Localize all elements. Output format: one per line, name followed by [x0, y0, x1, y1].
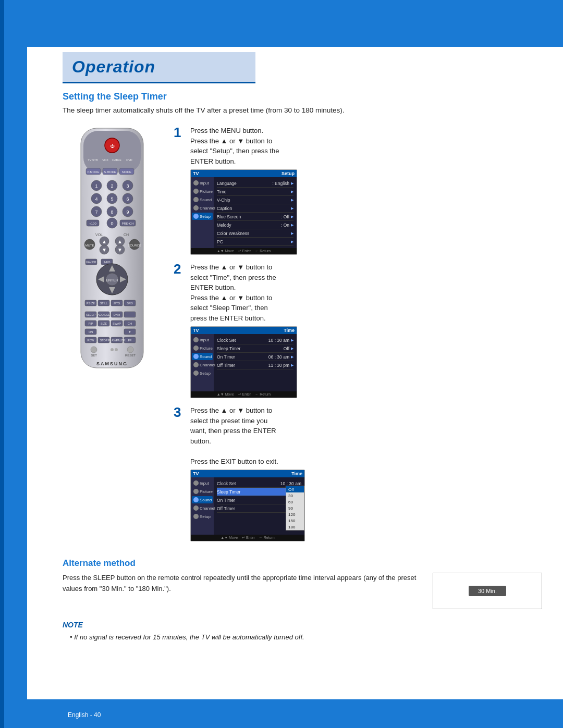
tv-main-2: Clock Set 10 : 30 am ▶ Sleep Timer Off ▶…: [214, 334, 297, 391]
sidebar-sound-3-active: Sound: [192, 496, 213, 503]
tv-screen-2-header: TV Time: [191, 327, 297, 334]
svg-point-98: [91, 347, 97, 353]
tv-row-clockset: Clock Set 10 : 30 am ▶: [217, 336, 293, 344]
svg-text:⏻: ⏻: [110, 144, 115, 149]
alt-tv-value: 30 Min.: [469, 586, 506, 596]
tv-footer-2: ▲▼ Move↵ Enter← Return: [191, 391, 297, 398]
alt-tv-display: 30 Min.: [433, 573, 542, 609]
note-heading: NOTE: [63, 621, 542, 629]
svg-text:0: 0: [111, 221, 113, 226]
alternate-heading: Alternate method: [63, 558, 542, 569]
tv-screen-1: TV Setup Input Picture Sound Channel Set…: [190, 169, 297, 255]
step-2-text: Press the ▲ or ▼ button to select "Time"…: [190, 262, 542, 323]
tv-sidebar-1: Input Picture Sound Channel Setup: [191, 177, 214, 248]
svg-text:1: 1: [95, 183, 97, 189]
tv-footer-1: ▲▼ Move↵ Enter← Return: [191, 248, 297, 254]
sidebar-sound-1: Sound: [192, 196, 213, 203]
tv-screen-3-body: Input Picture Sound Channel Setup Clock …: [191, 477, 304, 535]
svg-text:STOP: STOP: [100, 339, 108, 342]
step-2-number: 2: [174, 262, 185, 398]
tv-row-vchip: V-Chip ▶: [217, 196, 293, 204]
instructions-area: ⏻ TV STB VOX CABLE DVD P.MODE S.MODE MOD…: [63, 126, 542, 549]
svg-text:PSIZE: PSIZE: [87, 302, 95, 305]
tv-row-language: Language : English ▶: [217, 179, 293, 188]
step-3-number: 3: [174, 405, 185, 541]
note-section: NOTE If no signal is received for 15 min…: [63, 621, 542, 643]
main-content: Setting the Sleep Timer The sleep timer …: [63, 91, 542, 643]
tv-menu-name-1: Setup: [282, 171, 295, 176]
time-dropdown: Off 30 60 90 120 150 180: [286, 486, 304, 530]
tv-row-bluescreen: Blue Screen : Off ▶: [217, 213, 293, 221]
tv-row-ontimer: On Timer 06 : 30 am ▶: [217, 353, 293, 361]
remote-column: ⏻ TV STB VOX CABLE DVD P.MODE S.MODE MOD…: [63, 126, 164, 549]
svg-text:DNIe: DNIe: [114, 313, 120, 316]
svg-text:SAMSUNG: SAMSUNG: [96, 361, 128, 366]
remote-control-image: ⏻ TV STB VOX CABLE DVD P.MODE S.MODE MOD…: [68, 126, 156, 376]
svg-text:MUTE: MUTE: [85, 244, 94, 247]
step-2-block: 2 Press the ▲ or ▼ button to select "Tim…: [174, 262, 542, 398]
alternate-section: Alternate method Press the SLEEP button …: [63, 558, 542, 609]
tv-sidebar-2: Input Picture Sound Channel Setup: [191, 334, 214, 391]
remote-wrapper: ⏻ TV STB VOX CABLE DVD P.MODE S.MODE MOD…: [68, 126, 159, 378]
tv-screen-1-body: Input Picture Sound Channel Setup Langua…: [191, 177, 297, 248]
svg-text:SIZE: SIZE: [101, 322, 107, 325]
dropdown-off: Off: [286, 486, 304, 492]
sidebar-sound-2-active: Sound: [192, 353, 213, 360]
svg-text:6: 6: [126, 196, 129, 202]
sidebar-input-3: Input: [192, 479, 213, 487]
step-3-content: Press the ▲ or ▼ button to select the pr…: [190, 405, 542, 541]
svg-rect-74: [124, 312, 136, 317]
sidebar-channel-3: Channel: [192, 504, 213, 512]
svg-text:P.MODE: P.MODE: [88, 170, 100, 174]
svg-text:RESET: RESET: [125, 354, 136, 357]
tv-sidebar-3: Input Picture Sound Channel Setup: [191, 477, 214, 535]
svg-point-99: [111, 348, 114, 351]
sidebar-setup-active: Setup: [192, 213, 213, 220]
page-title: Operation: [72, 57, 155, 77]
intro-text: The sleep timer automatically shuts off …: [63, 106, 542, 114]
svg-text:▼: ▼: [102, 247, 107, 253]
tv-row-caption: Caption ▶: [217, 204, 293, 213]
svg-text:+100: +100: [89, 222, 96, 225]
steps-column: 1 Press the MENU button. Press the ▲ or …: [174, 126, 542, 549]
sidebar-input: Input: [192, 179, 213, 187]
svg-point-101: [127, 347, 133, 353]
step-2-content: Press the ▲ or ▼ button to select "Time"…: [190, 262, 542, 398]
sidebar-input-2: Input: [192, 336, 213, 343]
svg-text:TV STB: TV STB: [88, 158, 98, 162]
sidebar-setup-2: Setup: [192, 369, 213, 377]
footer-separator: -: [90, 711, 94, 719]
step-1-block: 1 Press the MENU button. Press the ▲ or …: [174, 126, 542, 255]
svg-text:PLAY/PAUSE: PLAY/PAUSE: [108, 339, 126, 342]
svg-text:PIP: PIP: [89, 322, 93, 325]
tv-row-colorweakness: Color Weakness ▶: [217, 229, 293, 238]
svg-text:ADD/DEL: ADD/DEL: [97, 313, 110, 316]
footer-page: 40: [94, 711, 101, 719]
svg-text:SOURCE: SOURCE: [128, 244, 141, 247]
sidebar-picture-2: Picture: [192, 344, 213, 352]
svg-text:CH: CH: [128, 322, 132, 325]
step-3-text: Press the ▲ or ▼ button to select the pr…: [190, 405, 542, 466]
dropdown-90: 90: [286, 505, 304, 511]
dropdown-120: 120: [286, 511, 304, 517]
top-bar: [27, 0, 563, 47]
tv-screen-2: TV Time Input Picture Sound Channel Setu…: [190, 326, 297, 398]
tv-row-sleeptimer-2: Sleep Timer Off ▶: [217, 344, 293, 353]
svg-text:ENTER: ENTER: [106, 278, 118, 282]
dropdown-60: 60: [286, 499, 304, 505]
tv-row-pc: PC ▶: [217, 238, 293, 246]
svg-text:MTS: MTS: [114, 302, 120, 305]
tv-label-2: TV: [193, 328, 199, 333]
tv-screen-3: TV Time Input Picture Sound Channel Setu…: [190, 470, 305, 541]
bottom-bar: [27, 699, 563, 728]
svg-text:CH: CH: [124, 233, 129, 237]
tv-screen-3-header: TV Time: [191, 470, 304, 477]
svg-text:MODE: MODE: [122, 170, 131, 174]
svg-text:4: 4: [95, 196, 97, 202]
svg-text:9: 9: [126, 209, 129, 215]
tv-row-offtimer: Off Timer 11 : 30 pm ▶: [217, 361, 293, 369]
footer-text: English - 40: [68, 711, 101, 719]
svg-text:SLEEP: SLEEP: [86, 313, 95, 316]
sidebar-picture-3: Picture: [192, 488, 213, 495]
tv-label: TV: [193, 171, 199, 176]
